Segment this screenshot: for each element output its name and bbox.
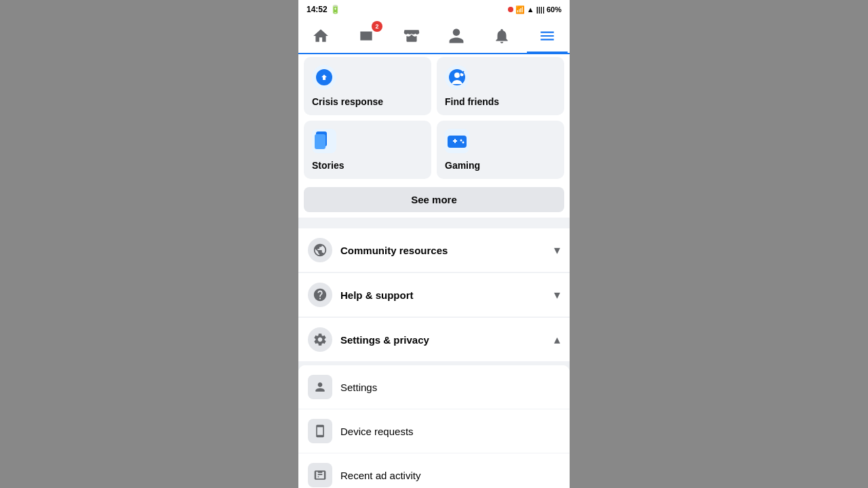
nav-item-notifications[interactable] bbox=[481, 18, 522, 54]
device-requests-item[interactable]: Device requests bbox=[298, 409, 570, 453]
grid-item-crisis-response[interactable]: Crisis response bbox=[304, 57, 431, 115]
nav-item-profile[interactable] bbox=[436, 18, 477, 54]
svg-point-4 bbox=[454, 73, 460, 78]
find-friends-label: Find friends bbox=[445, 96, 556, 107]
grid-item-stories[interactable]: Stories bbox=[304, 121, 431, 179]
settings-submenu: Settings Device requests Recent ad bbox=[298, 365, 570, 488]
svg-rect-8 bbox=[315, 134, 326, 149]
help-support-icon-wrap bbox=[308, 283, 332, 307]
grid-row-2: Stories Gaming bbox=[304, 121, 564, 179]
see-more-button[interactable]: See more bbox=[304, 187, 564, 212]
gaming-icon bbox=[445, 129, 556, 156]
status-right: 📶 ▲ |||| 60% bbox=[508, 5, 561, 14]
home-icon bbox=[312, 27, 330, 45]
charging-icon: 🔋 bbox=[330, 5, 340, 14]
stories-icon bbox=[312, 129, 423, 156]
settings-icon-wrap bbox=[308, 375, 332, 399]
settings-privacy-icon bbox=[313, 332, 328, 347]
status-left: 14:52 🔋 bbox=[307, 5, 340, 14]
settings-privacy-icon-wrap bbox=[308, 327, 332, 352]
watch-badge: 2 bbox=[372, 21, 382, 32]
find-friends-icon bbox=[445, 65, 556, 92]
grid-row-1: Crisis response Find frie bbox=[304, 57, 564, 115]
help-support-chevron: ▾ bbox=[554, 287, 560, 302]
nav-item-home[interactable] bbox=[300, 18, 341, 54]
svg-point-13 bbox=[460, 140, 462, 142]
help-icon bbox=[313, 287, 328, 302]
signal-bars: |||| bbox=[536, 5, 545, 14]
help-support-row[interactable]: Help & support ▾ bbox=[304, 273, 564, 317]
help-support-label: Help & support bbox=[340, 289, 414, 301]
grid-item-gaming[interactable]: Gaming bbox=[437, 121, 564, 179]
community-resources-left: Community resources bbox=[308, 238, 448, 262]
gaming-label: Gaming bbox=[445, 160, 556, 171]
device-icon bbox=[313, 424, 327, 438]
settings-privacy-section: Settings & privacy ▴ bbox=[298, 318, 570, 361]
active-indicator bbox=[527, 52, 568, 54]
settings-item[interactable]: Settings bbox=[298, 365, 570, 409]
device-requests-label: Device requests bbox=[340, 426, 414, 437]
phone-frame: 14:52 🔋 📶 ▲ |||| 60% 2 bbox=[298, 0, 570, 488]
ad-icon bbox=[313, 468, 327, 482]
grid-item-find-friends[interactable]: Find friends bbox=[437, 57, 564, 115]
crisis-response-label: Crisis response bbox=[312, 96, 423, 107]
community-resources-label: Community resources bbox=[340, 245, 448, 256]
recent-ad-label: Recent ad activity bbox=[340, 470, 420, 481]
community-resources-chevron: ▾ bbox=[554, 243, 560, 258]
community-resources-row[interactable]: Community resources ▾ bbox=[304, 228, 564, 272]
settings-privacy-label: Settings & privacy bbox=[340, 334, 429, 346]
grid-section: Crisis response Find frie bbox=[298, 54, 570, 218]
community-resources-section: Community resources ▾ bbox=[298, 228, 570, 272]
time: 14:52 bbox=[307, 5, 328, 14]
settings-privacy-chevron: ▴ bbox=[554, 332, 560, 347]
status-bar: 14:52 🔋 📶 ▲ |||| 60% bbox=[298, 0, 570, 19]
recording-indicator bbox=[508, 7, 513, 12]
community-resources-icon bbox=[313, 243, 328, 258]
profile-icon bbox=[448, 27, 465, 45]
nav-item-marketplace[interactable] bbox=[391, 18, 432, 54]
settings-privacy-left: Settings & privacy bbox=[308, 327, 429, 352]
bell-icon bbox=[493, 27, 511, 45]
help-support-section: Help & support ▾ bbox=[298, 273, 570, 317]
svg-rect-12 bbox=[454, 139, 456, 143]
signal-icon: 📶 bbox=[515, 5, 525, 14]
recent-ad-activity-item[interactable]: Recent ad activity bbox=[298, 453, 570, 488]
stories-label: Stories bbox=[312, 160, 423, 171]
help-support-left: Help & support bbox=[308, 283, 414, 307]
crisis-response-icon bbox=[312, 65, 423, 92]
community-resources-icon-wrap bbox=[308, 238, 332, 262]
battery-percent: 60% bbox=[547, 5, 561, 14]
svg-point-14 bbox=[462, 142, 465, 144]
recent-ad-icon-wrap bbox=[308, 463, 332, 487]
marketplace-icon bbox=[403, 27, 420, 45]
nav-item-menu[interactable] bbox=[527, 18, 568, 54]
settings-person-icon bbox=[313, 380, 327, 394]
nav-item-watch[interactable]: 2 bbox=[346, 18, 387, 54]
nav-bar: 2 bbox=[298, 19, 570, 54]
section-gap-1 bbox=[298, 223, 570, 228]
device-requests-icon-wrap bbox=[308, 419, 332, 443]
menu-icon bbox=[538, 27, 556, 45]
scroll-content[interactable]: Crisis response Find frie bbox=[298, 54, 570, 488]
settings-privacy-row[interactable]: Settings & privacy ▴ bbox=[304, 318, 564, 361]
wifi-status-icon: ▲ bbox=[527, 5, 534, 14]
settings-item-label: Settings bbox=[340, 382, 377, 393]
